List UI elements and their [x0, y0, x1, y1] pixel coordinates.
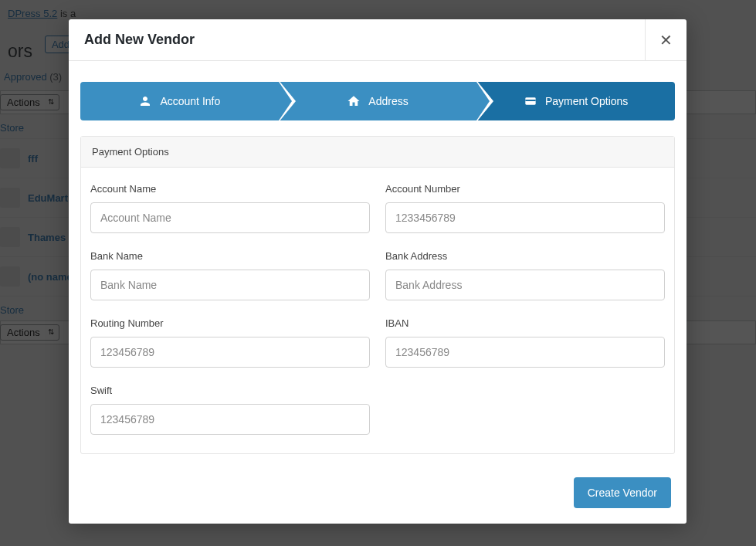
card-icon — [524, 94, 537, 108]
modal-body: Account Info Address Payment Options P — [69, 61, 687, 454]
panel-title: Payment Options — [81, 137, 674, 168]
label-iban: IBAN — [385, 317, 665, 329]
label-account-number: Account Number — [385, 183, 665, 195]
input-bank-address[interactable] — [385, 270, 665, 300]
label-bank-address: Bank Address — [385, 250, 665, 262]
modal-title: Add New Vendor — [69, 32, 195, 48]
input-account-number[interactable] — [385, 202, 665, 233]
field-routing-number: Routing Number — [90, 317, 370, 368]
create-vendor-button[interactable]: Create Vendor — [574, 477, 671, 508]
input-iban[interactable] — [385, 337, 665, 368]
label-account-name: Account Name — [90, 183, 370, 195]
close-icon: ✕ — [659, 31, 673, 49]
modal-header: Add New Vendor ✕ — [69, 19, 687, 61]
close-button[interactable]: ✕ — [645, 19, 687, 61]
panel-body: Account Name Account Number Bank Name Ba… — [81, 168, 674, 453]
add-vendor-modal: Add New Vendor ✕ Account Info Address — [69, 19, 687, 524]
field-account-number: Account Number — [385, 183, 665, 233]
svg-rect-1 — [525, 100, 535, 101]
label-bank-name: Bank Name — [90, 250, 370, 262]
field-account-name: Account Name — [90, 183, 370, 233]
step-address[interactable]: Address — [279, 82, 477, 120]
field-swift: Swift — [90, 385, 370, 435]
field-iban: IBAN — [385, 317, 665, 368]
input-swift[interactable] — [90, 404, 370, 435]
field-bank-address: Bank Address — [385, 250, 665, 300]
input-routing-number[interactable] — [90, 337, 370, 368]
modal-footer: Create Vendor — [69, 454, 687, 524]
label-routing-number: Routing Number — [90, 317, 370, 329]
home-icon — [347, 94, 361, 108]
input-bank-name[interactable] — [90, 270, 370, 300]
payment-options-panel: Payment Options Account Name Account Num… — [80, 136, 675, 454]
field-bank-name: Bank Name — [90, 250, 370, 300]
person-icon — [138, 94, 152, 108]
step-payment-options[interactable]: Payment Options — [476, 82, 675, 120]
step-label: Account Info — [160, 95, 220, 107]
step-label: Address — [368, 95, 408, 107]
step-label: Payment Options — [545, 95, 628, 107]
progress-stepper: Account Info Address Payment Options — [80, 82, 675, 120]
input-account-name[interactable] — [90, 202, 370, 233]
label-swift: Swift — [90, 385, 370, 396]
step-account-info[interactable]: Account Info — [80, 82, 279, 120]
